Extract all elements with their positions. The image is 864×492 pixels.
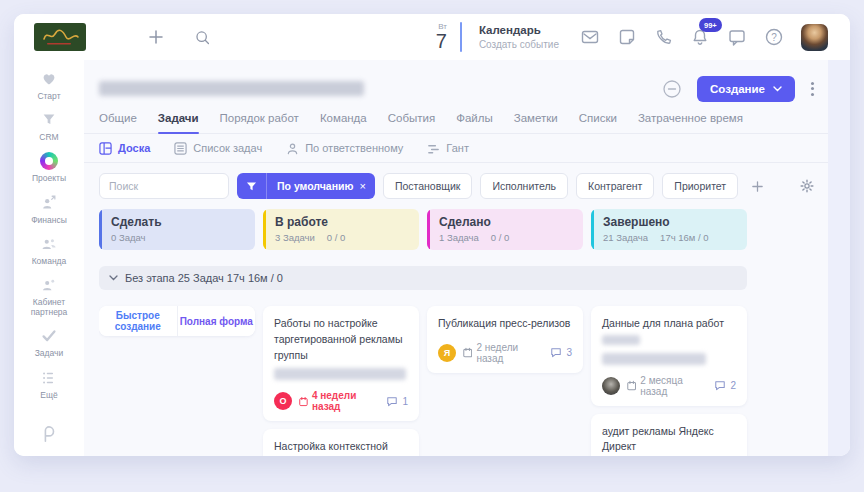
column-header-done[interactable]: Сделано 1 Задача 0 / 0	[427, 209, 583, 250]
sidebar-item-tasks[interactable]: Задачи	[18, 327, 80, 358]
gear-icon	[800, 179, 814, 193]
comments-counter[interactable]: 3	[550, 347, 572, 358]
comments-counter[interactable]: 1	[386, 396, 408, 407]
plus-icon	[148, 29, 164, 45]
sidebar-item-finances[interactable]: Финансы	[18, 194, 80, 225]
mail-button[interactable]	[580, 27, 600, 47]
company-logo[interactable]	[34, 23, 86, 51]
filter-counterparty-button[interactable]: Контрагент	[576, 173, 654, 199]
sidebar: Старт CRM Проекты Финансы	[14, 60, 84, 456]
sidebar-label: CRM	[39, 132, 58, 142]
column-time: 0 / 0	[327, 232, 346, 243]
crm-funnel-icon	[40, 111, 58, 129]
create-button[interactable]: Создание	[697, 76, 795, 102]
view-tab-gantt[interactable]: Гант	[427, 142, 469, 155]
tab-fayly[interactable]: Файлы	[456, 112, 493, 124]
tab-komanda[interactable]: Команда	[320, 112, 367, 124]
task-card[interactable]: Данные для плана работ	[591, 306, 747, 406]
due-date-label: 4 недели назад	[312, 390, 380, 412]
tab-obshie[interactable]: Общие	[99, 112, 137, 124]
tab-zametki[interactable]: Заметки	[514, 112, 558, 124]
user-avatar[interactable]	[801, 24, 828, 51]
list-icon	[174, 142, 187, 155]
filter-assignee-button[interactable]: Исполнитель	[480, 173, 568, 199]
project-header: Создание	[99, 60, 828, 104]
column-title: Завершено	[603, 215, 737, 229]
column-header-inwork[interactable]: В работе 3 Задачи 0 / 0	[263, 209, 419, 250]
planfix-logo-button[interactable]	[40, 426, 58, 444]
global-search-button[interactable]	[194, 29, 211, 46]
filter-priority-button[interactable]: Приоритет	[662, 173, 738, 199]
column-header-todo[interactable]: Сделать 0 Задач	[99, 209, 255, 250]
sidebar-label: Проекты	[32, 173, 66, 183]
calendar-shortcut[interactable]: Календарь Создать событие	[479, 23, 559, 51]
task-card[interactable]: Публикация пресс-релизов Я 2 недели наза…	[427, 306, 583, 373]
quick-create-button[interactable]: Быстрое создание	[99, 306, 178, 336]
sidebar-item-team[interactable]: Команда	[18, 235, 80, 266]
redacted-text	[602, 335, 640, 345]
help-icon: ?	[764, 27, 784, 47]
view-tab-board[interactable]: Доска	[99, 142, 150, 155]
date-day: 7	[436, 31, 447, 51]
full-form-button[interactable]: Полная форма	[178, 306, 256, 336]
view-tab-label: По ответственному	[305, 142, 403, 154]
stage-group-header[interactable]: Без этапа 25 Задач 17ч 16м / 0	[99, 266, 747, 290]
assignee-avatar[interactable]	[602, 377, 620, 395]
finances-icon	[40, 194, 58, 212]
task-title: Настройка контекстной рекламы	[274, 439, 408, 456]
notifications-button[interactable]: 99+	[690, 27, 710, 47]
task-card[interactable]: Работы по настройке таргетированной рекл…	[263, 306, 419, 421]
column-header-finished[interactable]: Завершено 21 Задача 17ч 16м / 0	[591, 209, 747, 250]
tab-zatrachennoe-vremya[interactable]: Затраченное время	[638, 112, 743, 124]
board-settings-button[interactable]	[800, 179, 814, 193]
comments-counter[interactable]: 2	[714, 380, 736, 391]
active-filter-pill[interactable]: По умолчанию ×	[237, 173, 375, 199]
phone-button[interactable]	[654, 28, 673, 47]
task-card[interactable]: Настройка контекстной рекламы 2 недели н…	[263, 429, 419, 456]
remove-filter-icon[interactable]: ×	[359, 180, 374, 192]
create-task-card: Быстрое создание Полная форма	[99, 306, 255, 336]
calendar-title: Календарь	[479, 23, 559, 38]
view-tab-task-list[interactable]: Список задач	[174, 142, 262, 155]
assignee-badge[interactable]: O	[274, 392, 292, 410]
board-icon	[99, 142, 112, 155]
due-date-label: 2 месяца назад	[640, 375, 707, 397]
add-global-button[interactable]	[148, 29, 164, 45]
sidebar-item-projects[interactable]: Проекты	[18, 152, 80, 183]
task-title: Данные для плана работ	[602, 316, 736, 348]
tab-sobytiya[interactable]: События	[388, 112, 435, 124]
task-title: аудит рекламы Яндекс Директ	[602, 424, 736, 456]
tab-zadachi[interactable]: Задачи	[158, 112, 199, 124]
view-tab-label: Доска	[118, 142, 150, 154]
tab-poryadok-rabot[interactable]: Порядок работ	[220, 112, 299, 124]
tab-spiski[interactable]: Списки	[579, 112, 617, 124]
sidebar-item-partner-cabinet[interactable]: Кабинет партнера	[18, 276, 80, 317]
column-title: Сделать	[111, 215, 245, 229]
chat-button[interactable]	[727, 27, 747, 47]
body: Старт CRM Проекты Финансы	[14, 60, 850, 456]
column-headers: Сделать 0 Задач В работе 3 Задачи 0 / 0	[99, 209, 828, 456]
view-tab-by-assignee[interactable]: По ответственному	[286, 142, 403, 155]
sidebar-item-crm[interactable]: CRM	[18, 111, 80, 142]
today-date[interactable]: Вт 7	[436, 23, 447, 51]
kanban-board: Сделать 0 Задач В работе 3 Задачи 0 / 0	[99, 209, 828, 456]
sidebar-item-start[interactable]: Старт	[18, 70, 80, 101]
project-tabs: Общие Задачи Порядок работ Команда Событ…	[84, 104, 828, 134]
help-button[interactable]: ?	[764, 27, 784, 47]
due-date: 2 недели назад	[463, 342, 543, 364]
search-input[interactable]	[99, 173, 229, 199]
add-filter-button[interactable]	[751, 180, 764, 193]
calendar-icon	[627, 380, 636, 391]
sidebar-item-more[interactable]: Ещё	[18, 369, 80, 400]
active-filter-label: По умолчанию	[267, 180, 359, 192]
copy-link-button[interactable]	[661, 78, 683, 100]
comments-count: 2	[730, 380, 736, 391]
task-card[interactable]: аудит рекламы Яндекс Директ O месяц наза…	[591, 414, 747, 457]
planfix-icon	[40, 426, 58, 444]
column-count: 0 Задач	[111, 232, 146, 243]
main-content: Создание Общие Задачи Порядок работ Кома…	[84, 60, 828, 456]
filter-author-button[interactable]: Постановщик	[383, 173, 472, 199]
notes-button[interactable]	[617, 27, 637, 47]
more-options-button[interactable]	[809, 80, 816, 98]
assignee-badge[interactable]: Я	[438, 344, 456, 362]
